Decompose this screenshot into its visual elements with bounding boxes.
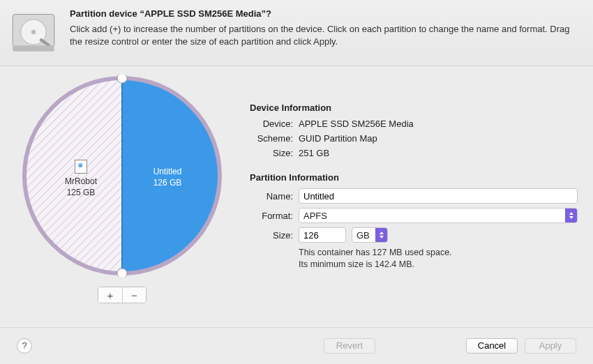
size-hint: This container has 127 MB used space. It… [299,247,578,271]
apply-button[interactable]: Apply [525,338,576,354]
partition-pie-column: MrRobot 125 GB Untitled 126 GB + − [14,73,230,320]
scheme-value: GUID Partition Map [299,133,578,144]
name-label: Name: [250,191,293,202]
dialog-header: Partition device “APPLE SSD SM256E Media… [0,0,593,66]
svg-rect-4 [13,45,54,52]
scheme-label: Scheme: [250,133,293,144]
svg-point-2 [31,30,36,34]
dialog-body: MrRobot 125 GB Untitled 126 GB + − Devic… [0,66,593,327]
format-label: Format: [250,211,293,221]
device-size-label: Size: [250,148,293,158]
revert-button[interactable]: Revert [324,338,375,354]
partition-info-title: Partition Information [250,172,578,183]
svg-point-9 [117,268,127,277]
dialog-title: Partition device “APPLE SSD SM256E Media… [70,8,579,19]
add-partition-button[interactable]: + [98,287,122,303]
dialog-description: Click add (+) to increase the number of … [70,23,579,47]
hard-drive-icon [10,8,57,56]
chevron-updown-icon [375,228,387,242]
partition-add-remove: + − [98,287,147,303]
svg-point-8 [117,75,127,83]
partition-pie[interactable]: MrRobot 125 GB Untitled 126 GB [21,75,223,277]
partition-size-input[interactable] [299,227,346,243]
device-value: APPLE SSD SM256E Media [299,119,578,129]
device-size-value: 251 GB [299,148,578,158]
help-button[interactable]: ? [17,338,32,354]
dialog-footer: ? Revert Cancel Apply [0,327,593,363]
format-select[interactable]: APFS [299,208,578,223]
info-column: Device Information Device: APPLE SSD SM2… [250,73,578,320]
size-label: Size: [250,230,293,241]
device-info-title: Device Information [250,103,578,113]
chevron-updown-icon [565,208,577,222]
remove-partition-button[interactable]: − [122,287,146,303]
cancel-button[interactable]: Cancel [466,338,518,354]
device-label: Device: [250,119,293,129]
size-unit-select[interactable]: GB [352,227,388,243]
partition-name-input[interactable] [299,188,578,204]
